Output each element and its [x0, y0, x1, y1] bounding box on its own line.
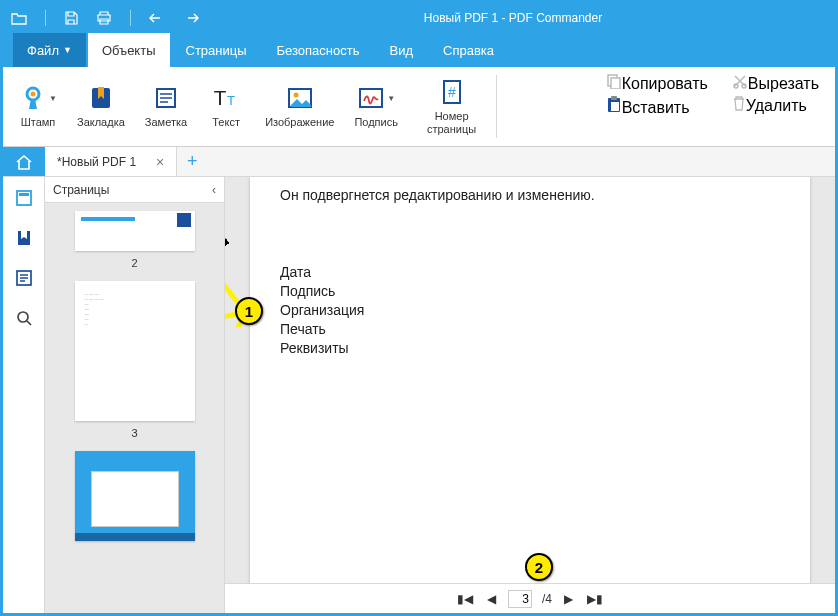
- left-toolbar: [3, 177, 45, 613]
- note-icon: [152, 84, 180, 112]
- copy-icon: [606, 75, 622, 92]
- document-page: Он подвергнется редактированию и изменен…: [250, 177, 810, 583]
- workspace: Страницы ‹ 2 — — —— — — —————— 3: [3, 177, 835, 613]
- menubar: Файл▼ Объекты Страницы Безопасность Вид …: [3, 33, 835, 67]
- redo-icon[interactable]: [183, 12, 199, 24]
- delete-button[interactable]: Удалить: [732, 95, 819, 115]
- window-title: Новый PDF 1 - PDF Commander: [199, 11, 827, 25]
- home-button[interactable]: [3, 147, 45, 176]
- annotation-callout-2: 2: [525, 553, 553, 581]
- page-number-button[interactable]: # Номер страницы: [417, 76, 486, 136]
- page-text: Реквизиты: [280, 339, 780, 358]
- note-button[interactable]: Заметка: [135, 82, 197, 130]
- titlebar: Новый PDF 1 - PDF Commander: [3, 3, 835, 33]
- close-tab-icon[interactable]: ×: [156, 154, 164, 170]
- chevron-down-icon: ▼: [387, 94, 395, 103]
- main-view: Он подвергнется редактированию и изменен…: [225, 177, 835, 613]
- separator: [496, 75, 497, 138]
- page-number-icon: #: [438, 78, 466, 106]
- svg-rect-15: [611, 102, 619, 111]
- page-viewport[interactable]: Он подвергнется редактированию и изменен…: [225, 177, 835, 583]
- thumbnail-item[interactable]: — — —— — — —————— 3: [53, 273, 216, 443]
- page-text: Он подвергнется редактированию и изменен…: [280, 187, 780, 203]
- bookmark-icon: [87, 84, 115, 112]
- bookmark-button[interactable]: Закладка: [67, 82, 135, 130]
- separator: [45, 10, 46, 26]
- stamp-icon: [19, 84, 47, 112]
- thumbnail-item[interactable]: [53, 443, 216, 541]
- thumbnail-number: 3: [131, 427, 137, 439]
- signature-icon: [357, 84, 385, 112]
- tab-security[interactable]: Безопасность: [263, 33, 374, 67]
- separator: [130, 10, 131, 26]
- tab-pages[interactable]: Страницы: [172, 33, 261, 67]
- page-text: Подпись: [280, 282, 780, 301]
- cut-button[interactable]: Вырезать: [732, 73, 819, 93]
- paste-button[interactable]: Вставить: [606, 95, 708, 117]
- current-page-input[interactable]: [508, 590, 532, 608]
- annotation-callout-1: 1: [235, 297, 263, 325]
- first-page-button[interactable]: ▮◀: [455, 592, 475, 606]
- thumbnails-list[interactable]: 2 — — —— — — —————— 3: [45, 203, 224, 613]
- trash-icon: [732, 97, 746, 114]
- app-window: Новый PDF 1 - PDF Commander Файл▼ Объект…: [0, 0, 838, 616]
- next-page-button[interactable]: ▶: [562, 592, 575, 606]
- bookmarks-tool[interactable]: [11, 225, 37, 251]
- image-icon: [286, 84, 314, 112]
- image-button[interactable]: Изображение: [255, 82, 344, 130]
- stamp-button[interactable]: ▼ Штамп: [9, 82, 67, 130]
- chevron-down-icon: ▼: [49, 94, 57, 103]
- add-tab-button[interactable]: +: [177, 147, 207, 176]
- document-tab-label: *Новый PDF 1: [57, 155, 136, 169]
- page-thumbnail[interactable]: [75, 451, 195, 541]
- page-text: Дата: [280, 263, 780, 282]
- page-thumbnail[interactable]: — — —— — — ——————: [75, 281, 195, 421]
- svg-point-22: [18, 312, 28, 322]
- page-text: Организация: [280, 301, 780, 320]
- text-icon: TT: [212, 84, 240, 112]
- collapse-panel-icon[interactable]: ‹: [212, 183, 216, 197]
- tab-help[interactable]: Справка: [429, 33, 508, 67]
- svg-rect-12: [611, 78, 620, 89]
- document-tab[interactable]: *Новый PDF 1 ×: [45, 147, 177, 176]
- thumbnail-item[interactable]: 2: [53, 203, 216, 273]
- svg-point-7: [293, 93, 298, 98]
- svg-text:T: T: [214, 87, 227, 110]
- text-button[interactable]: TT Текст: [197, 82, 255, 130]
- page-thumbnail[interactable]: [75, 211, 195, 251]
- svg-rect-8: [360, 89, 382, 107]
- comments-tool[interactable]: [11, 265, 37, 291]
- document-tab-bar: *Новый PDF 1 × +: [3, 147, 835, 177]
- undo-icon[interactable]: [149, 12, 165, 24]
- svg-text:T: T: [227, 94, 235, 109]
- last-page-button[interactable]: ▶▮: [585, 592, 605, 606]
- tab-view[interactable]: Вид: [376, 33, 428, 67]
- page-text: Печать: [280, 320, 780, 339]
- paste-icon: [606, 99, 622, 116]
- svg-rect-19: [19, 193, 29, 196]
- signature-button[interactable]: ▼ Подпись: [344, 82, 408, 130]
- cut-icon: [732, 75, 748, 92]
- svg-text:#: #: [448, 84, 456, 100]
- total-pages-label: /4: [542, 592, 552, 606]
- save-icon[interactable]: [64, 11, 78, 25]
- pages-panel: Страницы ‹ 2 — — —— — — —————— 3: [45, 177, 225, 613]
- tab-file[interactable]: Файл▼: [13, 33, 86, 67]
- pages-panel-title: Страницы: [53, 183, 109, 197]
- print-icon[interactable]: [96, 11, 112, 25]
- tab-objects[interactable]: Объекты: [88, 33, 170, 67]
- chevron-down-icon: ▼: [63, 45, 72, 55]
- svg-rect-14: [611, 96, 617, 100]
- page-navigation-footer: ▮◀ ◀ /4 ▶ ▶▮: [225, 583, 835, 613]
- ribbon: ▼ Штамп Закладка Заметка TT Текст Изобра…: [3, 67, 835, 147]
- copy-button[interactable]: Копировать: [606, 73, 708, 93]
- prev-page-button[interactable]: ◀: [485, 592, 498, 606]
- thumbnails-tool[interactable]: [11, 185, 37, 211]
- svg-point-1: [31, 92, 36, 97]
- search-tool[interactable]: [11, 305, 37, 331]
- open-icon[interactable]: [11, 11, 27, 25]
- thumbnail-number: 2: [131, 257, 137, 269]
- pages-panel-header: Страницы ‹: [45, 177, 224, 203]
